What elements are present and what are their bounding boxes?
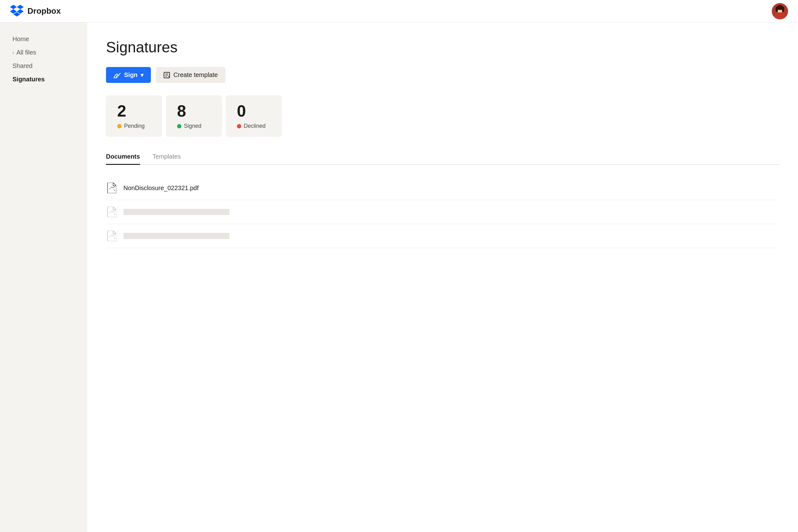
sidebar-item-label-home: Home xyxy=(13,36,29,43)
stats-row: 2 Pending 8 Signed 0 Declined xyxy=(106,95,779,137)
avatar-image xyxy=(772,3,788,19)
document-name-placeholder xyxy=(124,209,229,215)
sidebar-item-label-signatures: Signatures xyxy=(13,76,44,83)
pending-label-text: Pending xyxy=(124,123,145,129)
page-title: Signatures xyxy=(106,39,779,56)
pending-dot-icon xyxy=(117,124,121,128)
sidebar-item-shared[interactable]: Shared xyxy=(0,59,87,73)
stat-label-declined: Declined xyxy=(237,123,270,129)
navbar: Dropbox xyxy=(0,0,798,22)
sidebar-item-signatures[interactable]: Signatures xyxy=(0,73,87,86)
signed-dot-icon xyxy=(177,124,182,128)
document-name: NonDisclosure_022321.pdf xyxy=(124,185,198,192)
action-buttons: Sign ▾ Create template xyxy=(106,67,779,83)
sidebar-item-label-all-files: All files xyxy=(17,49,36,56)
create-template-button-label: Create template xyxy=(173,71,217,78)
stat-card-declined: 0 Declined xyxy=(226,95,282,137)
sidebar-item-label-shared: Shared xyxy=(13,62,33,70)
sign-button[interactable]: Sign ▾ xyxy=(106,67,151,83)
tabs-bar: Documents Templates xyxy=(106,149,779,165)
document-name-placeholder xyxy=(124,233,229,239)
list-item xyxy=(106,200,779,224)
stat-number-pending: 2 xyxy=(117,103,151,119)
stat-label-pending: Pending xyxy=(117,123,151,129)
sign-dropdown-arrow: ▾ xyxy=(140,72,144,78)
stat-number-declined: 0 xyxy=(237,103,270,119)
tab-documents[interactable]: Documents xyxy=(106,149,140,165)
list-item[interactable]: NonDisclosure_022321.pdf xyxy=(106,176,779,200)
main-content: Signatures Sign ▾ Create xyxy=(87,22,798,532)
sign-button-label: Sign xyxy=(124,71,137,78)
sidebar-item-all-files[interactable]: › All files xyxy=(0,46,87,59)
tab-templates[interactable]: Templates xyxy=(152,149,181,165)
sign-icon xyxy=(113,72,121,78)
user-avatar[interactable] xyxy=(772,3,788,19)
logo[interactable]: Dropbox xyxy=(10,5,61,18)
document-list: NonDisclosure_022321.pdf xyxy=(106,176,779,248)
template-icon xyxy=(163,72,170,78)
create-template-button[interactable]: Create template xyxy=(156,67,225,83)
list-item xyxy=(106,224,779,248)
stat-number-signed: 8 xyxy=(177,103,211,119)
document-icon-placeholder xyxy=(106,206,117,217)
signed-label-text: Signed xyxy=(184,123,202,129)
declined-dot-icon xyxy=(237,124,241,128)
dropbox-logo-icon xyxy=(10,5,24,18)
navbar-logo-text: Dropbox xyxy=(27,6,61,16)
sidebar-item-home[interactable]: Home xyxy=(0,33,87,46)
document-icon-placeholder xyxy=(106,230,117,242)
stat-card-signed: 8 Signed xyxy=(166,95,222,137)
sidebar: Home › All files Shared Signatures xyxy=(0,22,87,532)
declined-label-text: Declined xyxy=(244,123,266,129)
document-icon xyxy=(106,182,117,193)
stat-label-signed: Signed xyxy=(177,123,211,129)
stat-card-pending: 2 Pending xyxy=(106,95,162,137)
svg-point-5 xyxy=(782,6,784,12)
chevron-right-icon: › xyxy=(13,50,14,55)
svg-point-4 xyxy=(776,6,778,12)
app-layout: Home › All files Shared Signatures Signa… xyxy=(0,22,798,532)
